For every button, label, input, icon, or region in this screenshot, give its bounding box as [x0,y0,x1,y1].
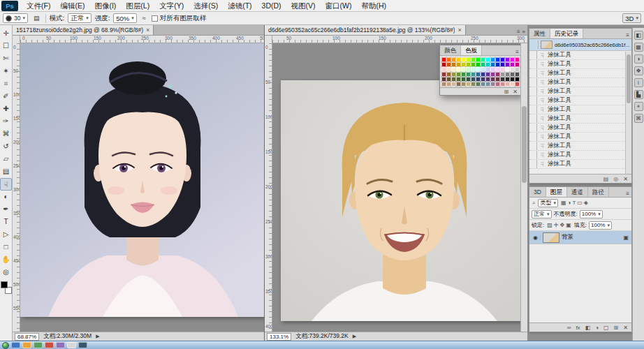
eraser-tool-icon[interactable]: ▱ [0,153,12,165]
menu-item[interactable]: 窗口(W) [321,0,357,12]
lasso-tool-icon[interactable]: ✄ [0,52,12,65]
start-button[interactable] [2,342,9,349]
color-swatch[interactable] [515,77,520,82]
history-state[interactable]: ☟涂抹工具 [529,160,631,169]
close-icon[interactable]: × [458,27,461,34]
history-state[interactable]: ☟涂抹工具 [529,114,631,124]
menu-item[interactable]: 选择(S) [189,0,223,12]
color-swatch[interactable] [485,62,490,67]
smudge-tool-icon[interactable]: ☟ [0,178,12,191]
link-layers-icon[interactable]: ∞ [566,325,572,331]
close-icon[interactable]: × [146,27,149,34]
history-brush-source-box[interactable] [529,151,537,159]
history-brush-source-box[interactable] [529,87,537,96]
vertical-ruler[interactable]: 050100150200250300350400 [265,43,272,332]
panel-menu-icon[interactable]: ≡ [624,191,631,197]
history-brush-source-box[interactable] [529,105,537,114]
color-swatch[interactable] [451,67,456,72]
status-arrow-icon[interactable]: ▶ [96,334,99,339]
taskbar-app-icon[interactable] [78,342,87,348]
color-swatch[interactable] [476,57,481,62]
color-swatch[interactable] [461,72,466,77]
color-swatch[interactable] [500,62,505,67]
color-swatch[interactable] [505,57,510,62]
history-panel-tab[interactable]: 历史记录 [550,29,583,38]
color-swatch[interactable] [441,57,446,62]
taskbar-app-icon[interactable] [11,342,20,348]
color-swatch[interactable] [490,57,495,62]
color-swatch[interactable] [441,82,446,87]
history-brush-source-box[interactable] [529,69,537,77]
history-brush-source-box[interactable] [529,160,537,168]
color-swatch[interactable] [510,57,515,62]
history-state[interactable]: ☟涂抹工具 [529,96,631,105]
vertical-ruler[interactable]: 050100150200250300350400450500550 [13,43,20,332]
color-swatch[interactable] [471,82,476,87]
taskbar-app-icon[interactable] [56,342,65,348]
color-panel-icon[interactable]: ◧ [634,31,643,40]
zoom-tool-icon[interactable]: ◎ [0,266,12,279]
color-swatch[interactable] [441,72,446,77]
swatches-panel-tab[interactable]: 颜色 [440,45,461,55]
color-swatch[interactable] [471,77,476,82]
delete-state-icon[interactable]: ✕ [622,176,629,182]
layers-panel-tab[interactable]: 路径 [588,187,609,197]
color-swatch[interactable] [505,72,510,77]
layer-mask-icon[interactable]: ◧ [585,325,592,331]
canvas-image-right[interactable] [281,80,520,321]
history-brush-source-box[interactable] [529,124,537,132]
color-swatch[interactable] [461,77,466,82]
color-swatch[interactable] [495,67,500,72]
lock-transparent-pixels-icon[interactable]: ▨ [546,222,553,228]
menu-item[interactable]: 文字(Y) [154,0,189,12]
history-state[interactable]: ☟涂抹工具 [529,51,631,60]
history-state[interactable]: ☟涂抹工具 [529,133,631,142]
menu-item[interactable]: 视图(V) [286,0,321,12]
crop-tool-icon[interactable]: ⌗ [0,77,12,90]
photoshop-logo-icon[interactable]: Ps [1,1,18,11]
color-swatch[interactable] [456,57,461,62]
color-swatch[interactable] [456,67,461,72]
new-document-from-state-icon[interactable]: ▤ [603,176,610,182]
new-layer-icon[interactable]: ⊞ [613,325,620,331]
history-brush-source-box[interactable] [531,40,539,49]
opacity-field[interactable]: 100% ▾ [580,210,603,218]
delete-swatch-icon[interactable]: ✕ [512,89,518,95]
color-swatch[interactable] [456,82,461,87]
color-swatch[interactable] [446,62,451,67]
color-swatch[interactable] [510,82,515,87]
filter-shape-layers-icon[interactable]: ▭ [576,200,583,206]
color-swatch[interactable] [495,62,500,67]
menu-item[interactable]: 滤镜(T) [223,0,256,12]
menu-item[interactable]: 图像(I) [89,0,121,12]
color-swatch[interactable] [490,72,495,77]
color-swatch[interactable] [510,72,515,77]
color-swatch[interactable] [505,67,510,72]
history-scrollbar[interactable] [625,52,631,174]
clone-stamp-tool-icon[interactable]: ⌘ [0,128,12,140]
color-swatch[interactable] [490,77,495,82]
color-swatch[interactable] [515,62,520,67]
color-swatch[interactable] [500,72,505,77]
workspace-switcher[interactable]: 3D ▾ [622,13,641,23]
panel-menu-icon[interactable]: ≡ [624,32,631,38]
color-swatch[interactable] [476,67,481,72]
color-swatch[interactable] [446,57,451,62]
layers-panel-tab[interactable]: 3D [529,187,546,197]
color-swatch[interactable] [461,67,466,72]
color-swatch[interactable] [500,57,505,62]
lock-image-pixels-icon[interactable]: ✛ [553,222,559,228]
color-swatch[interactable] [510,77,515,82]
history-brush-source-box[interactable] [529,133,537,141]
taskbar-app-icon[interactable] [22,342,31,348]
horizontal-ruler[interactable]: 050100150200250300350400450500 [20,36,264,43]
color-swatch[interactable] [476,77,481,82]
color-swatch[interactable] [446,72,451,77]
color-swatch[interactable] [451,82,456,87]
color-swatch[interactable] [500,67,505,72]
color-swatch[interactable] [505,62,510,67]
history-brush-source-box[interactable] [529,142,537,150]
color-swatch[interactable] [451,77,456,82]
taskbar-app-icon[interactable] [45,342,54,348]
color-swatch[interactable] [471,72,476,77]
